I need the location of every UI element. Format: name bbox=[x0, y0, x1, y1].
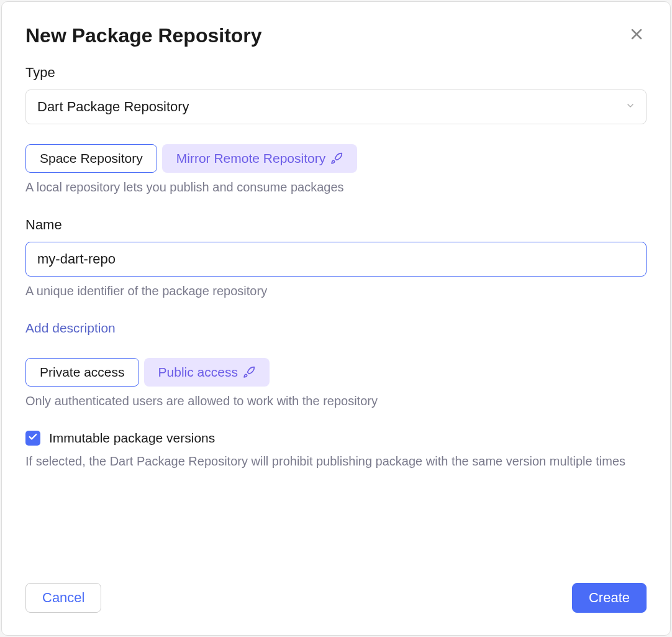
rocket-icon bbox=[330, 152, 343, 165]
toggle-label: Mirror Remote Repository bbox=[176, 151, 325, 166]
add-description-link[interactable]: Add description bbox=[25, 321, 116, 336]
immutable-checkbox[interactable] bbox=[25, 431, 40, 446]
private-access-toggle[interactable]: Private access bbox=[25, 358, 139, 387]
immutable-checkbox-row: Immutable package versions bbox=[25, 431, 647, 446]
close-icon bbox=[629, 27, 644, 44]
close-button[interactable] bbox=[627, 24, 647, 46]
dialog-title: New Package Repository bbox=[25, 24, 262, 47]
dialog-header: New Package Repository bbox=[25, 24, 647, 47]
name-input[interactable] bbox=[25, 242, 647, 277]
repo-mode-helper: A local repository lets you publish and … bbox=[25, 180, 647, 195]
public-access-toggle[interactable]: Public access bbox=[144, 358, 270, 387]
toggle-label: Space Repository bbox=[40, 151, 143, 166]
repo-mode-toggle: Space Repository Mirror Remote Repositor… bbox=[25, 144, 647, 173]
toggle-label: Public access bbox=[158, 365, 238, 380]
space-repository-toggle[interactable]: Space Repository bbox=[25, 144, 157, 173]
type-select-wrap: Dart Package Repository bbox=[25, 89, 647, 124]
type-label: Type bbox=[25, 65, 647, 81]
cancel-button[interactable]: Cancel bbox=[25, 583, 101, 613]
immutable-label: Immutable package versions bbox=[49, 431, 215, 446]
access-toggle: Private access Public access bbox=[25, 358, 647, 387]
new-package-repo-dialog: New Package Repository Type Dart Package… bbox=[1, 1, 671, 636]
name-label: Name bbox=[25, 217, 647, 233]
create-button[interactable]: Create bbox=[572, 583, 647, 613]
mirror-remote-toggle[interactable]: Mirror Remote Repository bbox=[162, 144, 357, 173]
checkmark-icon bbox=[28, 432, 38, 444]
immutable-helper: If selected, the Dart Package Repository… bbox=[25, 452, 647, 470]
name-helper: A unique identifier of the package repos… bbox=[25, 284, 647, 298]
access-helper: Only authenticated users are allowed to … bbox=[25, 394, 647, 408]
rocket-icon bbox=[243, 366, 255, 378]
dialog-footer: Cancel Create bbox=[25, 583, 647, 613]
toggle-label: Private access bbox=[40, 365, 125, 380]
type-select[interactable]: Dart Package Repository bbox=[25, 89, 647, 124]
